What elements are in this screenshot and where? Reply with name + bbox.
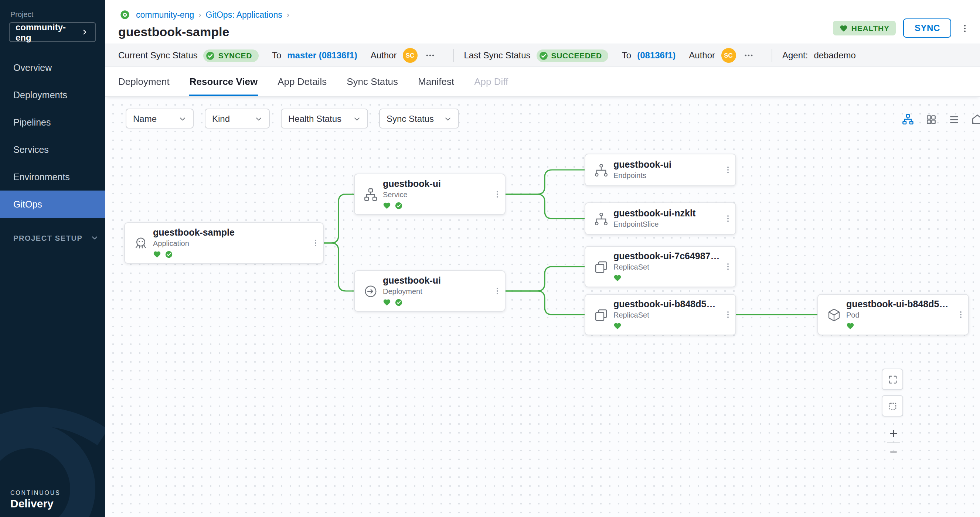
author-label: Author: [689, 50, 715, 60]
zoom-in-button[interactable]: [883, 425, 903, 442]
node-menu-button[interactable]: [490, 271, 505, 311]
node-name: guestbook-ui-b848d5d9d: [613, 299, 721, 310]
check-circle-icon: [395, 298, 403, 306]
last-sync-label: Last Sync Status: [464, 50, 530, 60]
node-name: guestbook-ui-7c64987dc9: [613, 251, 721, 262]
chevron-down-icon: [179, 115, 186, 122]
breadcrumb-applications-link[interactable]: GitOps: Applications: [206, 10, 282, 19]
header-kebab-menu-icon[interactable]: [959, 22, 971, 34]
node-status-icons: [153, 251, 308, 258]
check-circle-icon: [539, 51, 548, 60]
node-menu-button[interactable]: [490, 174, 505, 214]
node-status-icons: [613, 274, 721, 282]
list-view-icon[interactable]: [947, 112, 961, 127]
node-name: guestbook-ui: [383, 179, 490, 190]
project-selector-value: community-eng: [16, 22, 80, 43]
node-menu-button[interactable]: [308, 223, 323, 263]
sync-status-filter[interactable]: Sync Status: [379, 109, 459, 128]
endpoints-icon: [585, 162, 613, 178]
check-circle-icon: [206, 51, 215, 60]
node-kind: ReplicaSet: [613, 311, 721, 320]
node-kind: ReplicaSet: [613, 263, 721, 272]
view-mode-switcher: [900, 111, 980, 127]
node-kind: Deployment: [383, 287, 490, 296]
tab-app-diff: App Diff: [474, 67, 508, 96]
synced-badge: SYNCED: [204, 49, 259, 62]
project-label: Project: [10, 10, 105, 19]
current-revision-link[interactable]: master (08136f1): [287, 50, 357, 60]
heart-icon: [383, 298, 391, 306]
agent-label: Agent:: [782, 50, 808, 60]
node-status-icons: [846, 322, 953, 330]
node-name: guestbook-sample: [153, 227, 308, 239]
sidebar-item-pipelines[interactable]: Pipelines: [0, 109, 105, 136]
heart-icon: [840, 24, 848, 32]
zoom-controls: [883, 425, 903, 461]
sidebar-item-environments[interactable]: Environments: [0, 163, 105, 190]
more-options-icon[interactable]: [741, 49, 755, 62]
name-filter[interactable]: Name: [126, 109, 194, 128]
divider: [771, 49, 772, 62]
node-menu-button[interactable]: [721, 295, 735, 335]
breadcrumb-project-link[interactable]: community-eng: [136, 10, 194, 19]
sidebar-nav: Overview Deployments Pipelines Services …: [0, 54, 105, 218]
node-menu-button[interactable]: [953, 295, 968, 335]
grid-view-icon[interactable]: [924, 112, 939, 127]
check-circle-icon: [165, 251, 173, 258]
node-kind: Service: [383, 190, 490, 200]
more-options-icon[interactable]: [423, 49, 436, 62]
heart-icon: [153, 251, 161, 258]
zoom-out-button[interactable]: [883, 443, 903, 461]
fullscreen-button[interactable]: [882, 368, 903, 390]
sync-button[interactable]: SYNC: [904, 19, 951, 38]
node-deployment[interactable]: guestbook-ui Deployment: [354, 270, 506, 312]
node-menu-button[interactable]: [721, 203, 735, 234]
node-kind: EndpointSlice: [613, 220, 721, 229]
succeeded-badge: SUCCEEDED: [536, 49, 609, 62]
node-name: guestbook-ui: [613, 160, 721, 171]
last-revision-link[interactable]: (08136f1): [637, 50, 676, 60]
node-menu-button[interactable]: [721, 154, 735, 186]
node-name: guestbook-ui-b848d5d9...: [846, 299, 953, 310]
node-replicaset-current[interactable]: guestbook-ui-b848d5d9d ReplicaSet: [585, 294, 736, 335]
node-name: guestbook-ui-nzklt: [613, 208, 721, 219]
chevron-down-icon: [89, 233, 100, 243]
tree-view-icon[interactable]: [900, 111, 916, 127]
page-header: community-eng › GitOps: Applications › g…: [105, 0, 980, 44]
heart-icon: [613, 274, 622, 282]
node-application[interactable]: guestbook-sample Application: [124, 222, 324, 264]
project-setup-toggle[interactable]: PROJECT SETUP: [0, 233, 105, 243]
health-status-filter[interactable]: Health Status: [281, 109, 368, 128]
group-view-icon[interactable]: [970, 111, 980, 127]
heart-icon: [613, 322, 622, 330]
author-avatar: SC: [721, 48, 736, 63]
filter-bar: Name Kind Health Status Sync Status: [126, 109, 459, 128]
brand-logo: CONTINUOUS Delivery: [10, 490, 60, 510]
node-menu-button[interactable]: [721, 247, 735, 287]
author-avatar: SC: [402, 48, 417, 63]
tab-deployment[interactable]: Deployment: [118, 67, 170, 96]
sidebar-item-overview[interactable]: Overview: [0, 54, 105, 81]
deployment-icon: [355, 283, 383, 299]
node-endpointslice[interactable]: guestbook-ui-nzklt EndpointSlice: [585, 202, 736, 235]
resource-tree-canvas[interactable]: Name Kind Health Status Sync Status: [105, 97, 980, 517]
sidebar-item-gitops[interactable]: GitOps: [0, 190, 105, 218]
fit-view-button[interactable]: [882, 395, 903, 417]
node-replicaset-old[interactable]: guestbook-ui-7c64987dc9 ReplicaSet: [585, 246, 736, 287]
breadcrumb-separator: ›: [287, 10, 290, 19]
sidebar-item-deployments[interactable]: Deployments: [0, 81, 105, 109]
kind-filter[interactable]: Kind: [205, 109, 270, 128]
node-endpoints[interactable]: guestbook-ui Endpoints: [585, 154, 736, 186]
tab-app-details[interactable]: App Details: [277, 67, 327, 96]
to-label: To: [272, 50, 281, 60]
project-selector[interactable]: community-eng: [9, 22, 96, 42]
health-status-badge: HEALTHY: [833, 21, 896, 35]
tab-sync-status[interactable]: Sync Status: [347, 67, 398, 96]
sidebar: Project community-eng Overview Deploymen…: [0, 0, 105, 517]
node-service[interactable]: guestbook-ui Service: [354, 174, 506, 215]
tab-manifest[interactable]: Manifest: [418, 67, 454, 96]
sidebar-item-services[interactable]: Services: [0, 136, 105, 163]
tab-resource-view[interactable]: Resource View: [189, 67, 258, 96]
node-pod[interactable]: guestbook-ui-b848d5d9... Pod: [818, 294, 969, 335]
endpointslice-icon: [585, 211, 613, 226]
